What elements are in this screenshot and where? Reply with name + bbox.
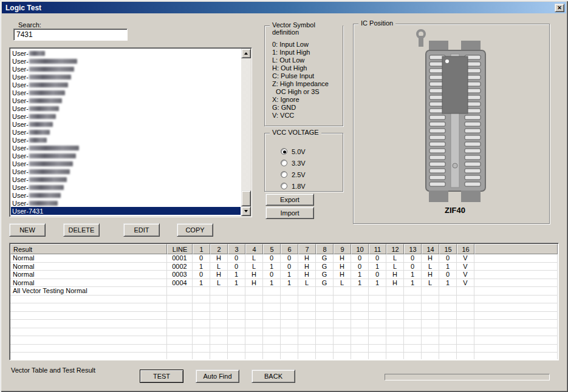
- search-input[interactable]: [13, 29, 128, 41]
- pin-cell: L: [422, 279, 439, 288]
- redacted-text: [29, 83, 68, 87]
- table-row: Normal00021L0L10HGH01L0L1V: [10, 263, 558, 271]
- edit-button[interactable]: EDIT: [123, 223, 160, 237]
- pin-cell: [263, 353, 281, 359]
- arrow-up-icon: [244, 52, 248, 55]
- list-item[interactable]: User-: [11, 104, 241, 112]
- pin-cell: H: [422, 254, 439, 263]
- pin-cell: 0: [281, 263, 298, 271]
- pin-cell: [457, 296, 474, 304]
- pin-cell: [193, 296, 210, 304]
- pin-cell: [386, 296, 404, 304]
- pin-cell: 0: [369, 271, 386, 279]
- table-header-cell: 10: [351, 244, 369, 254]
- list-item[interactable]: User-: [11, 81, 241, 89]
- filler-cell: [474, 287, 558, 296]
- pin-cell: H: [245, 271, 263, 279]
- list-item[interactable]: User-: [11, 160, 241, 167]
- scroll-down-button[interactable]: [241, 206, 251, 216]
- redacted-text: [29, 122, 53, 127]
- delete-button[interactable]: DELETE: [63, 223, 100, 237]
- redacted-text: [29, 98, 62, 103]
- list-item[interactable]: User-: [11, 191, 241, 199]
- vcc-option-1.8V[interactable]: 1.8V: [281, 180, 306, 192]
- auto-find-button[interactable]: Auto Find: [196, 370, 239, 383]
- pin-cell: [316, 345, 334, 353]
- pin-slot: [465, 149, 481, 153]
- vcc-option-5.0V[interactable]: 5.0V: [281, 146, 306, 157]
- list-item[interactable]: User-: [11, 96, 241, 104]
- pin-cell: [298, 328, 316, 337]
- scroll-up-button[interactable]: [241, 49, 251, 58]
- pin-cell: [439, 320, 457, 328]
- pin-cell: [245, 296, 263, 304]
- title-bar[interactable]: Logic Test ✕: [2, 2, 566, 13]
- list-item[interactable]: User-: [11, 144, 241, 152]
- pin-cell: [316, 353, 334, 359]
- filler-cell: [474, 271, 558, 279]
- list-item[interactable]: User-: [11, 175, 241, 183]
- ic-position-group: IC Position: [353, 24, 550, 224]
- list-item[interactable]: User-: [11, 183, 241, 191]
- list-item[interactable]: User-: [11, 49, 241, 57]
- vcc-option-label: 3.3V: [292, 160, 306, 167]
- export-button[interactable]: Export: [265, 194, 314, 206]
- pin-cell: [263, 312, 281, 320]
- redacted-text: [29, 169, 70, 174]
- vector-symbol-group: Vector Symbol definition 0: Input Low1: …: [264, 25, 343, 126]
- list-item[interactable]: User-: [11, 120, 241, 128]
- table-header-cell: LINE: [167, 244, 193, 254]
- pin-cell: [210, 353, 228, 359]
- vector-symbol-line: G: GND: [272, 104, 340, 112]
- list-item[interactable]: User-: [11, 167, 241, 175]
- list-item-selected[interactable]: User-7431: [11, 207, 241, 215]
- pin-cell: 0: [263, 271, 281, 279]
- redacted-text: [29, 193, 61, 198]
- list-item[interactable]: User-: [11, 65, 241, 73]
- vcc-option-label: 1.8V: [292, 183, 306, 190]
- pin-cell: 1: [193, 279, 210, 288]
- pin-cell: 1: [263, 279, 281, 288]
- vcc-voltage-group: VCC VOLTAGE 5.0V3.3V2.5V1.8V: [264, 133, 343, 192]
- list-item[interactable]: User-: [11, 199, 241, 207]
- vector-symbol-line: OC High or 3S: [272, 88, 340, 96]
- pin-cell: H: [386, 271, 404, 279]
- pin-cell: [228, 312, 245, 320]
- list-item[interactable]: User-: [11, 73, 241, 81]
- list-item[interactable]: User-: [11, 57, 241, 65]
- vcc-option-3.3V[interactable]: 3.3V: [281, 157, 306, 169]
- list-item[interactable]: User-: [11, 136, 241, 144]
- new-button[interactable]: NEW: [9, 223, 46, 237]
- pin-cell: [263, 345, 281, 353]
- progress-bar: [385, 374, 550, 380]
- pin-cell: [457, 328, 474, 337]
- pin-cell: [210, 296, 228, 304]
- pin-cell: [404, 353, 422, 359]
- list-scrollbar[interactable]: [241, 49, 251, 216]
- list-item[interactable]: User-: [11, 112, 241, 120]
- close-button[interactable]: ✕: [555, 4, 564, 12]
- pin-cell: [316, 320, 334, 328]
- pin-cell: [210, 328, 228, 337]
- pin-cell: [281, 320, 298, 328]
- test-button[interactable]: TEST: [140, 370, 183, 383]
- pin-cell: [457, 345, 474, 353]
- pin-cell: G: [316, 279, 334, 288]
- pin-cell: 1: [439, 279, 457, 288]
- pin-slot: [429, 169, 445, 173]
- list-item[interactable]: User-: [11, 89, 241, 96]
- import-button[interactable]: Import: [265, 207, 314, 219]
- pin-cell: [228, 303, 245, 312]
- back-button[interactable]: BACK: [251, 370, 295, 383]
- copy-button[interactable]: COPY: [177, 223, 213, 237]
- vector-symbol-line: Z: High Impedance: [272, 80, 340, 88]
- vcc-option-2.5V[interactable]: 2.5V: [281, 169, 306, 180]
- pin-cell: [245, 336, 263, 345]
- list-item-prefix: User-: [12, 176, 29, 183]
- scroll-thumb[interactable]: [241, 191, 251, 206]
- pin-cell: [281, 312, 298, 320]
- pin-cell: [369, 336, 386, 345]
- list-item[interactable]: User-: [11, 128, 241, 136]
- filler-cell: [474, 320, 558, 328]
- list-item[interactable]: User-: [11, 152, 241, 160]
